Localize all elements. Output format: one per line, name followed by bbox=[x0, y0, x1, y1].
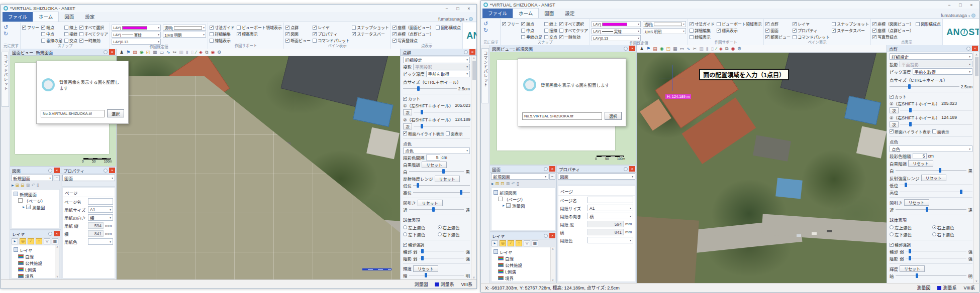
snap-option-0[interactable]: 端点 bbox=[41, 25, 62, 30]
gear-icon[interactable]: ⚙ bbox=[737, 46, 741, 52]
thinning-slider[interactable] bbox=[896, 207, 967, 212]
color-interval-input[interactable]: 5 bbox=[426, 155, 440, 161]
snap-option-2[interactable]: 一時無効 bbox=[559, 34, 588, 40]
point-display-option-0[interactable]: 図形構成点 bbox=[916, 21, 941, 27]
sphere-option-1[interactable]: 右上濃色 bbox=[932, 224, 973, 230]
flag-icon[interactable]: ⚑ bbox=[126, 50, 130, 55]
edit-pencil-icon[interactable]: ∕ bbox=[28, 238, 34, 244]
next-button[interactable]: 次 bbox=[403, 123, 412, 129]
section-display-option-0[interactable]: 断面ハイライト表示 bbox=[890, 129, 931, 134]
paper-size-dropdown[interactable]: A1▾ bbox=[88, 206, 113, 213]
panel-close-icon[interactable]: × bbox=[109, 168, 115, 173]
lower-cut-slider[interactable] bbox=[900, 122, 972, 127]
layer-settings-icon[interactable]: ▦ bbox=[52, 238, 58, 244]
panel-close-icon[interactable]: × bbox=[54, 168, 60, 173]
select-cursor-icon[interactable]: ▸ bbox=[492, 181, 494, 187]
point-color-dropdown[interactable]: 点色▾ bbox=[890, 145, 972, 152]
outline-checkbox-0[interactable]: 輪郭強調 bbox=[890, 242, 972, 247]
pin-icon[interactable] bbox=[48, 169, 52, 173]
tab-file[interactable]: ファイル bbox=[482, 9, 513, 18]
support-option-1[interactable]: 詳細編集 bbox=[210, 31, 235, 37]
scissors-icon[interactable]: ✂ bbox=[173, 50, 177, 55]
polyline-icon[interactable]: ∿ bbox=[687, 46, 691, 52]
paper-size-dropdown[interactable]: A1▾ bbox=[587, 205, 633, 211]
layer-color-dropdown[interactable]: LAY|▾ bbox=[112, 25, 161, 31]
delete-icon[interactable]: ⊠ bbox=[506, 181, 510, 187]
gear-icon[interactable]: ⚙ bbox=[217, 50, 221, 55]
snap-option-2[interactable]: 交点 bbox=[544, 34, 557, 40]
new-page-icon[interactable]: ⊞ bbox=[16, 183, 20, 188]
point-display-option-0[interactable]: 座標（図面ビュー） bbox=[393, 25, 434, 30]
support-option-0[interactable]: ビューポート領域表示 bbox=[717, 21, 762, 27]
support-option-2[interactable]: 線幅表示 bbox=[210, 38, 235, 43]
snap-option-0[interactable]: 線上 bbox=[64, 25, 77, 30]
tree-item-page[interactable]: （ページ） bbox=[492, 196, 555, 202]
snap-option-1[interactable]: 接線 bbox=[544, 28, 557, 33]
paper-orientation-dropdown[interactable]: 横▾ bbox=[88, 214, 113, 221]
font-dropdown[interactable]: 1|MS 明朝▾ bbox=[643, 28, 686, 34]
pane-option-1[interactable]: ステータスバー bbox=[832, 28, 869, 33]
export-frame-icon[interactable]: ⧉ bbox=[205, 50, 208, 55]
snap-option-0[interactable]: すべて選択 bbox=[79, 25, 108, 30]
reflection-high-slider[interactable] bbox=[413, 190, 470, 195]
tab-settings[interactable]: 設定 bbox=[559, 9, 580, 18]
transparency-dropdown[interactable]: 透明|▾ bbox=[163, 25, 206, 31]
next-button[interactable]: 次 bbox=[890, 121, 899, 127]
tab-drawing[interactable]: 図面 bbox=[59, 12, 79, 22]
drawing-view-tab[interactable]: 図面ビュー: 新規図面 bbox=[492, 46, 622, 52]
pin-icon[interactable] bbox=[544, 167, 548, 171]
edit-pencil-icon[interactable]: ∕ bbox=[508, 240, 514, 246]
paper-color-dropdown[interactable]: ▾ bbox=[88, 238, 113, 245]
sphere-option-3[interactable]: 右下濃色 bbox=[932, 231, 973, 237]
line-width-dropdown[interactable]: LAY|0.13▾ bbox=[112, 39, 161, 45]
reflection-low-slider[interactable] bbox=[900, 183, 972, 188]
point-display-option-0[interactable]: 図形構成点 bbox=[436, 25, 461, 30]
reflection-low-slider[interactable] bbox=[413, 183, 470, 188]
line-style-dropdown[interactable]: LAY|実線▾ bbox=[592, 28, 641, 34]
pen-icon[interactable]: ∕ bbox=[196, 50, 197, 55]
pane-option-1[interactable]: 図面 bbox=[765, 28, 791, 33]
outline-checkbox-0[interactable]: 輪郭強調 bbox=[403, 242, 470, 247]
point-display-option-2[interactable]: 写真登録点 bbox=[872, 34, 914, 40]
maximize-button[interactable]: □ bbox=[453, 6, 463, 12]
pane-option-0[interactable]: スナップショット bbox=[352, 25, 389, 30]
pane-option-0[interactable]: 点群 bbox=[765, 21, 791, 27]
support-option-1[interactable]: 標高表示 bbox=[237, 31, 282, 37]
point-display-option-1[interactable]: 座標（点群ビュー） bbox=[393, 31, 434, 37]
sphere-option-3[interactable]: 右下濃色 bbox=[438, 231, 470, 237]
property-target-dropdown[interactable]: 図面▾ bbox=[62, 175, 115, 181]
support-option-0[interactable]: 寸法ガイド bbox=[690, 21, 715, 27]
upper-cut-slider[interactable] bbox=[900, 108, 972, 113]
paper-orientation-dropdown[interactable]: 横▾ bbox=[587, 213, 633, 219]
polyline-icon[interactable]: ∿ bbox=[166, 50, 170, 55]
tree-item-survey-map[interactable]: ▸測量図 bbox=[492, 202, 555, 209]
pane-option-1[interactable]: プロパティ bbox=[793, 28, 830, 33]
snap-option-2[interactable]: 交点 bbox=[64, 38, 77, 43]
corner-icon[interactable]: ◰ bbox=[146, 50, 151, 55]
point-size-slider[interactable] bbox=[403, 86, 457, 91]
edge-slider[interactable] bbox=[906, 249, 967, 254]
snap-option-1[interactable]: 接線 bbox=[64, 31, 77, 37]
layer-color-dropdown[interactable]: LAY|▾ bbox=[592, 21, 641, 27]
minimize-button[interactable]: − bbox=[944, 2, 954, 8]
panel-close-icon[interactable]: × bbox=[629, 46, 635, 51]
support-option-1[interactable]: 詳細編集 bbox=[690, 28, 715, 33]
page-name-input[interactable] bbox=[587, 197, 633, 203]
select-button[interactable]: 選択 bbox=[107, 109, 124, 117]
pane-option-1[interactable]: ステータスバー bbox=[352, 31, 389, 37]
section-display-option-0[interactable]: 断面ハイライト表示 bbox=[403, 131, 444, 136]
pin-icon[interactable] bbox=[104, 50, 108, 54]
pin-icon[interactable] bbox=[544, 234, 548, 238]
layer-item-4[interactable]: 建物 bbox=[492, 281, 555, 282]
flag-icon[interactable]: ⚑ bbox=[646, 46, 650, 52]
redo-button[interactable]: ↻ bbox=[483, 28, 488, 33]
visibility-bulb-icon[interactable]: ◎ bbox=[20, 238, 26, 244]
panel-close-icon[interactable]: × bbox=[109, 49, 115, 55]
command-palette-tab[interactable]: コマンドパレット bbox=[2, 52, 9, 107]
page-name-input[interactable] bbox=[88, 198, 113, 205]
delete-icon[interactable]: ⊠ bbox=[26, 183, 30, 188]
snap-option-0[interactable]: すべて選択 bbox=[559, 21, 588, 27]
shade-slider[interactable] bbox=[906, 256, 967, 261]
undo-icon[interactable]: ↶ bbox=[511, 181, 515, 187]
point-display-option-2[interactable]: 写真登録点 bbox=[393, 38, 434, 43]
